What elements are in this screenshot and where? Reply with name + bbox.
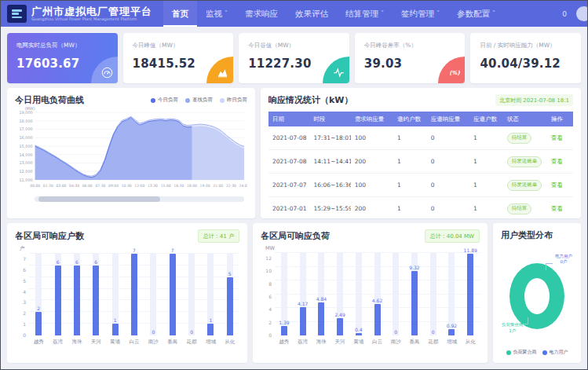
chevron-down-icon: ˅ xyxy=(225,10,228,17)
app-logo-icon xyxy=(7,5,27,23)
kpi-card-today-valley: 今日谷值（MW）11227.30 xyxy=(239,33,349,83)
callout-line xyxy=(546,263,553,270)
donut-legend-item-1[interactable]: 电力用户 xyxy=(542,349,568,356)
responsive-users-panel: 各区局可响应户数 总计：41 户 户 0123456726661707015 越… xyxy=(7,223,247,363)
svg-text:18:00: 18:00 xyxy=(187,184,197,188)
svg-text:15:00: 15:00 xyxy=(161,184,171,188)
load-curve-title: 今日用电负荷曲线 xyxy=(15,94,84,106)
bar-value-label: 7 xyxy=(120,247,148,253)
legend-label: 昨日负荷 xyxy=(227,97,247,104)
bar-column-6: 0 xyxy=(144,254,163,335)
y-tick-label: 1 xyxy=(23,321,26,327)
svg-text:11,000: 11,000 xyxy=(19,178,32,182)
svg-text:24:00: 24:00 xyxy=(239,184,247,188)
responsive-load-panel: 各区局可响应负荷 总计：40.04 MW MW 0246810121.394.1… xyxy=(253,223,488,363)
kpi-row: 电网实时总负荷（MW）17603.67今日峰值（MW）18415.52今日谷值（… xyxy=(1,27,587,88)
bar-column-10: 5 xyxy=(221,254,239,335)
bar-column-1: 4.17 xyxy=(294,253,312,335)
bar xyxy=(281,326,287,335)
cell-responded_amount: 0 xyxy=(427,150,469,174)
chevron-down-icon: ˅ xyxy=(381,10,384,17)
nav-item-home[interactable]: 首页 xyxy=(163,1,197,27)
bar-column-3: 6 xyxy=(86,254,105,335)
bar-column-5: 7 xyxy=(125,254,144,335)
svg-text:12,000: 12,000 xyxy=(19,169,32,174)
nav-item-contract-management[interactable]: 签约管理˅ xyxy=(393,1,448,27)
donut-legend-item-0[interactable]: 负荷聚合商 xyxy=(506,349,537,356)
bar-column-4: 1 xyxy=(105,254,124,335)
svg-text:16:30: 16:30 xyxy=(173,184,184,188)
bar-column-4: 0.4 xyxy=(349,253,368,335)
middle-row: 今日用电负荷曲线 今日负荷基线负荷昨日负荷 (MW)11,00012,00013… xyxy=(1,88,587,218)
cell-invited: 1 xyxy=(393,126,427,150)
legend-label: 今日负荷 xyxy=(158,97,178,104)
cell-responded_users: 1 xyxy=(469,174,503,197)
y-axis: 024681012 xyxy=(261,255,275,338)
svg-text:07:30: 07:30 xyxy=(95,184,105,188)
bar xyxy=(131,254,137,335)
user-type-legend: 负荷聚合商电力用户 xyxy=(501,346,573,357)
bar xyxy=(448,329,455,335)
view-link[interactable]: 查看 xyxy=(551,181,563,189)
y-tick-label: 4 xyxy=(268,306,272,312)
nav-item-demand-response[interactable]: 需求响应 xyxy=(236,1,287,27)
view-link[interactable]: 查看 xyxy=(551,134,563,141)
chevron-down-icon: ˅ xyxy=(492,10,495,17)
svg-text:15,000: 15,000 xyxy=(19,144,32,148)
bar-column-2: 6 xyxy=(68,254,86,335)
svg-text:19:30: 19:30 xyxy=(200,184,210,188)
svg-text:06:00: 06:00 xyxy=(82,184,93,188)
nav-item-parameter-config[interactable]: 参数配置˅ xyxy=(448,1,504,27)
status-badge: 待发送账单 xyxy=(507,156,542,167)
user-avatar[interactable] xyxy=(576,6,588,21)
notification-count[interactable]: 0 xyxy=(562,10,567,18)
nav-item-label: 参数配置 xyxy=(457,9,490,20)
kpi-label: 今日峰值（MW） xyxy=(133,42,225,49)
plot-area: 26661707015 xyxy=(29,254,239,335)
cell-status: 待结算 xyxy=(503,197,547,219)
bar-column-2: 4.84 xyxy=(312,253,331,335)
legend-item-2[interactable]: 昨日负荷 xyxy=(220,97,247,104)
svg-text:14,000: 14,000 xyxy=(19,152,32,157)
nav-item-monitoring[interactable]: 监视˅ xyxy=(197,1,236,27)
legend-item-1[interactable]: 基线负荷 xyxy=(185,97,213,104)
svg-text:17,000: 17,000 xyxy=(19,126,32,131)
responsive-users-total-badge: 总计：41 户 xyxy=(198,229,239,243)
cell-action: 查看 xyxy=(547,197,573,219)
nav-item-effect-evaluation[interactable]: 效果评估 xyxy=(287,1,337,27)
legend-label: 负荷聚合商 xyxy=(513,349,537,356)
x-axis: 越秀荔湾海珠天河黄埔白云南沙番禺花都增城从化 xyxy=(275,335,480,346)
donut-chart xyxy=(509,263,564,329)
bar-column-0: 2 xyxy=(29,254,48,335)
bar-column-9: 0.92 xyxy=(443,253,462,335)
cell-action: 查看 xyxy=(547,126,573,150)
datazoom-track[interactable] xyxy=(35,196,244,202)
legend-item-0[interactable]: 今日负荷 xyxy=(151,97,178,104)
kpi-card-response-capability: 日前 / 实时响应能力（MW）40.04/39.12 xyxy=(470,33,581,83)
nav-item-settlement-management[interactable]: 结算管理˅ xyxy=(337,1,393,27)
responsive-users-title: 各区局可响应户数 xyxy=(15,230,84,242)
view-link[interactable]: 查看 xyxy=(551,205,563,212)
x-tick-label: 黄埔 xyxy=(349,339,368,346)
column-header-7: 操作 xyxy=(547,112,573,126)
svg-text:12:00: 12:00 xyxy=(134,184,144,188)
bar-column-5: 4.62 xyxy=(368,253,387,335)
cell-responded_users: 1 xyxy=(469,126,503,150)
nav-item-label: 监视 xyxy=(206,9,222,20)
dashboard-page: 广州市虚拟电厂管理平台 Guangzhou Virtual Power Plan… xyxy=(0,0,588,370)
legend-dot-icon xyxy=(151,98,155,103)
kpi-card-today-peak: 今日峰值（MW）18415.52 xyxy=(123,33,234,83)
y-axis-unit: MW xyxy=(265,245,480,251)
cell-period: 15:29~15:59 xyxy=(309,197,350,219)
cell-responded_amount: 0 xyxy=(427,197,469,219)
datazoom-thumb[interactable] xyxy=(38,196,160,202)
cell-responded_users: 1 xyxy=(469,197,503,219)
cell-action: 查看 xyxy=(547,174,573,197)
y-tick-label: 10 xyxy=(265,268,272,273)
view-link[interactable]: 查看 xyxy=(551,158,563,165)
table-row: 2021-07-0817:31~18:01100101待结算查看 xyxy=(268,126,573,150)
kpi-label: 今日峰谷差率（%） xyxy=(364,42,456,49)
y-tick-label: 6 xyxy=(268,294,272,299)
svg-text:22:30: 22:30 xyxy=(226,184,236,188)
svg-text:16,000: 16,000 xyxy=(19,135,32,140)
